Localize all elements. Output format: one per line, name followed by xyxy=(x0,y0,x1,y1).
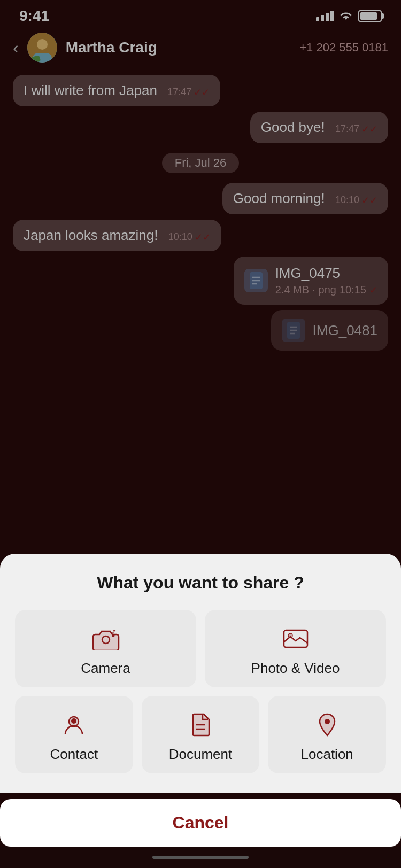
share-location-button[interactable]: Location xyxy=(268,696,386,773)
share-contact-button[interactable]: Contact xyxy=(15,696,133,773)
svg-point-23 xyxy=(325,719,330,724)
location-icon xyxy=(313,711,341,739)
document-icon xyxy=(187,711,214,739)
share-camera-button[interactable]: Camera xyxy=(15,610,196,687)
photo-video-icon xyxy=(282,625,310,653)
camera-icon xyxy=(92,625,120,653)
svg-point-14 xyxy=(112,632,114,634)
camera-label: Camera xyxy=(81,660,130,677)
share-grid-top: Camera Photo & Video xyxy=(15,610,386,687)
location-label: Location xyxy=(301,746,353,763)
home-indicator xyxy=(0,847,401,868)
share-grid-bottom: Contact Document xyxy=(15,696,386,773)
contact-label: Contact xyxy=(50,746,98,763)
contact-icon xyxy=(60,711,88,739)
cancel-label: Cancel xyxy=(173,813,229,832)
svg-point-13 xyxy=(112,634,114,637)
modal-overlay: What you want to share ? Camera xyxy=(0,0,401,868)
svg-point-20 xyxy=(71,718,76,724)
document-label: Document xyxy=(169,746,233,763)
share-title: What you want to share ? xyxy=(15,573,386,593)
share-document-button[interactable]: Document xyxy=(142,696,260,773)
home-bar xyxy=(152,856,249,859)
photo-video-label: Photo & Video xyxy=(251,660,340,677)
share-photo-video-button[interactable]: Photo & Video xyxy=(205,610,386,687)
share-sheet: What you want to share ? Camera xyxy=(0,554,401,793)
cancel-sheet[interactable]: Cancel xyxy=(0,799,401,847)
